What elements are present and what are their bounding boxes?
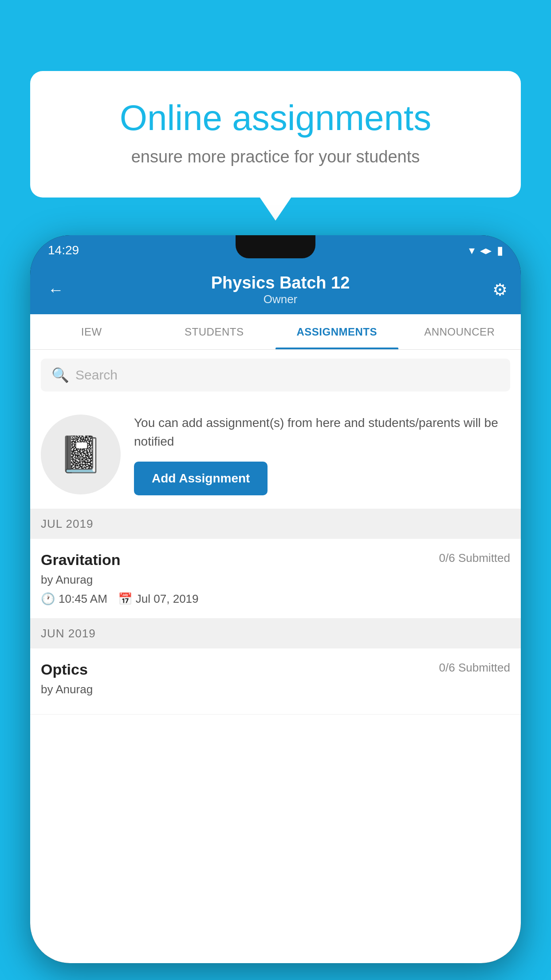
app-header: ← Physics Batch 12 Owner ⚙ bbox=[30, 265, 521, 314]
assignment-submitted: 0/6 Submitted bbox=[439, 551, 510, 565]
meta-date: 📅 Jul 07, 2019 bbox=[118, 592, 199, 606]
wifi-icon: ▾ bbox=[469, 244, 475, 257]
search-input[interactable]: Search bbox=[75, 368, 118, 383]
assignment-title: Gravitation bbox=[41, 551, 120, 569]
content-area: 🔍 Search 📓 You can add assignment(s) fro… bbox=[30, 350, 521, 963]
calendar-icon: 📅 bbox=[118, 592, 132, 606]
tabs-bar: IEW STUDENTS ASSIGNMENTS ANNOUNCER bbox=[30, 314, 521, 350]
time-value: 10:45 AM bbox=[59, 592, 107, 606]
assignment-item-optics[interactable]: Optics 0/6 Submitted by Anurag bbox=[30, 648, 521, 715]
assignment-by: by Anurag bbox=[41, 573, 510, 587]
status-bar: 14:29 ▾ ◂▸ ▮ bbox=[30, 235, 521, 265]
phone-frame: 14:29 ▾ ◂▸ ▮ ← Physics Batch 12 Owner ⚙ … bbox=[30, 235, 521, 963]
add-assignment-button[interactable]: Add Assignment bbox=[134, 462, 268, 495]
assignment-top-row-optics: Optics 0/6 Submitted bbox=[41, 661, 510, 678]
assignment-submitted-optics: 0/6 Submitted bbox=[439, 661, 510, 675]
bubble-title: Online assignments bbox=[61, 98, 490, 138]
clock-icon: 🕐 bbox=[41, 592, 55, 606]
search-bar[interactable]: 🔍 Search bbox=[41, 359, 510, 391]
speech-bubble-card: Online assignments ensure more practice … bbox=[30, 71, 521, 198]
battery-icon: ▮ bbox=[497, 244, 503, 257]
section-header-jun: JUN 2019 bbox=[30, 619, 521, 648]
section-header-jul: JUL 2019 bbox=[30, 509, 521, 539]
header-title: Physics Batch 12 bbox=[68, 273, 492, 292]
promo-icon-circle: 📓 bbox=[41, 415, 121, 494]
promo-text: You can add assignment(s) from here and … bbox=[134, 414, 510, 495]
header-center: Physics Batch 12 Owner bbox=[68, 273, 492, 306]
header-subtitle: Owner bbox=[68, 292, 492, 306]
notch bbox=[236, 235, 315, 258]
assignment-by-optics: by Anurag bbox=[41, 683, 510, 696]
promo-section: 📓 You can add assignment(s) from here an… bbox=[30, 400, 521, 509]
tab-announcements[interactable]: ANNOUNCER bbox=[398, 314, 521, 349]
tab-students[interactable]: STUDENTS bbox=[153, 314, 276, 349]
status-icons: ▾ ◂▸ ▮ bbox=[469, 244, 503, 257]
signal-icon: ◂▸ bbox=[480, 244, 492, 257]
assignment-item-gravitation[interactable]: Gravitation 0/6 Submitted by Anurag 🕐 10… bbox=[30, 539, 521, 619]
search-icon: 🔍 bbox=[51, 367, 69, 383]
status-time: 14:29 bbox=[48, 243, 79, 257]
bubble-subtitle: ensure more practice for your students bbox=[61, 147, 490, 166]
tab-assignments[interactable]: ASSIGNMENTS bbox=[276, 314, 398, 349]
phone-screen: 14:29 ▾ ◂▸ ▮ ← Physics Batch 12 Owner ⚙ … bbox=[30, 235, 521, 963]
tab-iew[interactable]: IEW bbox=[30, 314, 153, 349]
meta-time: 🕐 10:45 AM bbox=[41, 592, 107, 606]
assignment-title-optics: Optics bbox=[41, 661, 88, 678]
notebook-icon: 📓 bbox=[59, 434, 103, 475]
promo-description: You can add assignment(s) from here and … bbox=[134, 414, 510, 451]
back-button[interactable]: ← bbox=[43, 276, 68, 304]
date-value: Jul 07, 2019 bbox=[136, 592, 199, 606]
assignment-top-row: Gravitation 0/6 Submitted bbox=[41, 551, 510, 569]
settings-icon[interactable]: ⚙ bbox=[492, 280, 508, 300]
assignment-meta: 🕐 10:45 AM 📅 Jul 07, 2019 bbox=[41, 592, 510, 606]
search-container: 🔍 Search bbox=[30, 350, 521, 400]
